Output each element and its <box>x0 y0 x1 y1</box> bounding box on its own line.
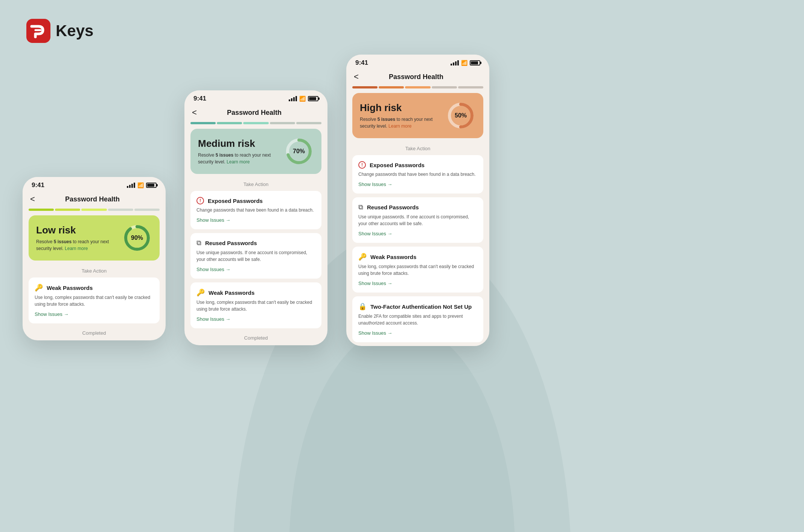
show-issues-link-weak-right[interactable]: Show Issues → <box>358 280 392 286</box>
progress-seg-r2 <box>379 86 404 88</box>
logo-area: Keys <box>26 19 93 43</box>
progress-seg-5 <box>134 209 160 211</box>
risk-info-middle: Medium risk Resolve 5 issues to reach yo… <box>198 138 279 165</box>
action-card-reused-right: ⧉ Reused Passwords Use unique passwords.… <box>352 197 483 243</box>
action-card-header-reused-right: ⧉ Reused Passwords <box>358 203 477 211</box>
key-icon-right: 🔑 <box>358 253 367 261</box>
top-progress-bar-left <box>29 209 160 211</box>
status-icons-right: 📶 <box>451 60 480 66</box>
risk-title-middle: Medium risk <box>198 138 279 149</box>
wifi-icon-right: 📶 <box>461 60 467 66</box>
progress-seg-2 <box>55 209 80 211</box>
signal-bars-middle <box>289 96 297 101</box>
risk-desc-right: Resolve 5 issues to reach your next secu… <box>360 116 441 130</box>
progress-seg-3 <box>81 209 107 211</box>
nav-bar-middle: < Password Health <box>184 105 327 122</box>
risk-desc-left: Resolve 5 issues to reach your next secu… <box>36 238 117 252</box>
status-bar-middle: 9:41 📶 <box>184 90 327 105</box>
donut-label-right: 50% <box>455 112 467 119</box>
back-button-middle[interactable]: < <box>192 108 197 117</box>
action-desc-exposed-right: Change passwords that have been found in… <box>358 171 477 178</box>
top-progress-bar-middle <box>190 122 321 124</box>
progress-seg-r3 <box>405 86 430 88</box>
show-issues-link-reused-middle[interactable]: Show Issues → <box>196 267 230 272</box>
risk-desc-middle: Resolve 5 issues to reach your next secu… <box>198 152 279 165</box>
progress-seg-r5 <box>458 86 483 88</box>
show-issues-link-exposed-right[interactable]: Show Issues → <box>358 181 392 187</box>
action-title-2fa-right: Two-Factor Authentication Not Set Up <box>370 303 472 310</box>
progress-seg-m4 <box>270 122 295 124</box>
action-title-weak-middle: Weak Passwords <box>209 290 254 296</box>
take-action-right: Take Action <box>346 146 489 151</box>
action-title-exposed-middle: Exposed Passwords <box>208 198 263 204</box>
risk-title-right: High risk <box>360 102 441 114</box>
show-issues-link-exposed-middle[interactable]: Show Issues → <box>196 217 230 223</box>
action-title-weak-right: Weak Passwords <box>370 254 416 260</box>
status-time-left: 9:41 <box>32 181 44 189</box>
battery-right <box>470 60 480 66</box>
logo-icon <box>26 19 50 43</box>
battery-middle <box>308 96 318 101</box>
reuse-icon-right: ⧉ <box>358 203 363 211</box>
logo-text: Keys <box>56 22 93 40</box>
take-action-left: Take Action <box>23 268 166 274</box>
action-desc-weak-middle: Use long, complex passwords that can't e… <box>196 299 315 312</box>
action-card-2fa-right: 🔒 Two-Factor Authentication Not Set Up E… <box>352 296 483 342</box>
action-card-header-exposed-middle: ! Exposed Passwords <box>196 197 315 204</box>
progress-seg-m5 <box>296 122 321 124</box>
action-desc-exposed-middle: Change passwords that have been found in… <box>196 207 315 213</box>
key-icon-middle: 🔑 <box>196 288 205 297</box>
donut-label-left: 90% <box>131 235 143 241</box>
action-desc-weak-right: Use long, complex passwords that can't e… <box>358 263 477 277</box>
action-card-weak-middle: 🔑 Weak Passwords Use long, complex passw… <box>190 282 321 328</box>
learn-more-middle[interactable]: Learn more <box>227 159 250 165</box>
action-desc-reused-middle: Use unique passwords. If one account is … <box>196 249 315 263</box>
show-issues-link-weak-middle[interactable]: Show Issues → <box>196 316 230 322</box>
key-icon-left: 🔑 <box>35 284 43 292</box>
nav-title-middle: Password Health <box>197 109 312 117</box>
risk-info-right: High risk Resolve 5 issues to reach your… <box>360 102 441 130</box>
action-card-exposed-right: ! Exposed Passwords Change passwords tha… <box>352 155 483 194</box>
show-issues-link-2fa-right[interactable]: Show Issues → <box>358 330 392 336</box>
donut-label-middle: 70% <box>293 148 305 155</box>
status-icons-middle: 📶 <box>289 96 318 102</box>
action-card-reused-middle: ⧉ Reused Passwords Use unique passwords.… <box>190 233 321 279</box>
back-button-right[interactable]: < <box>354 72 359 82</box>
risk-info-left: Low risk Resolve 5 issues to reach your … <box>36 224 117 252</box>
risk-card-right: High risk Resolve 5 issues to reach your… <box>352 93 483 138</box>
phone-middle: 9:41 📶 < Password Health Medium <box>184 90 327 345</box>
action-card-header-weak-right: 🔑 Weak Passwords <box>358 253 477 261</box>
status-bar-left: 9:41 📶 <box>23 177 166 191</box>
phone-left: 9:41 📶 < Password Health Low ri <box>23 177 166 340</box>
warning-icon-exposed-right: ! <box>358 161 366 169</box>
status-time-middle: 9:41 <box>193 95 206 102</box>
status-icons-left: 📶 <box>127 182 157 188</box>
learn-more-left[interactable]: Learn more <box>65 246 88 251</box>
action-title-exposed-right: Exposed Passwords <box>370 162 425 168</box>
status-bar-right: 9:41 📶 <box>346 55 489 69</box>
action-title-weak-left: Weak Passwords <box>47 285 93 291</box>
take-action-middle: Take Action <box>184 181 327 187</box>
show-issues-link-weak-left[interactable]: Show Issues → <box>35 311 69 317</box>
donut-left: 90% <box>122 223 152 253</box>
action-card-weak-left: 🔑 Weak Passwords Use long, complex passw… <box>29 277 160 323</box>
lock-icon-right: 🔒 <box>358 302 367 311</box>
learn-more-right[interactable]: Learn more <box>388 123 411 129</box>
progress-seg-m2 <box>217 122 242 124</box>
completed-label-left: Completed <box>23 327 166 340</box>
show-issues-link-reused-right[interactable]: Show Issues → <box>358 231 392 236</box>
risk-card-middle: Medium risk Resolve 5 issues to reach yo… <box>190 129 321 174</box>
action-desc-reused-right: Use unique passwords. If one account is … <box>358 213 477 227</box>
nav-title-left: Password Health <box>35 195 150 203</box>
action-desc-weak-left: Use long, complex passwords that can't e… <box>35 294 154 308</box>
progress-seg-r1 <box>352 86 378 88</box>
action-card-header-2fa-right: 🔒 Two-Factor Authentication Not Set Up <box>358 302 477 311</box>
donut-middle: 70% <box>284 136 314 166</box>
action-card-exposed-middle: ! Exposed Passwords Change passwords tha… <box>190 191 321 229</box>
risk-title-left: Low risk <box>36 224 117 236</box>
back-button-left[interactable]: < <box>30 194 35 204</box>
nav-bar-left: < Password Health <box>23 191 166 209</box>
status-time-right: 9:41 <box>355 59 368 67</box>
action-card-header-weak-left: 🔑 Weak Passwords <box>35 284 154 292</box>
battery-left <box>146 183 157 188</box>
